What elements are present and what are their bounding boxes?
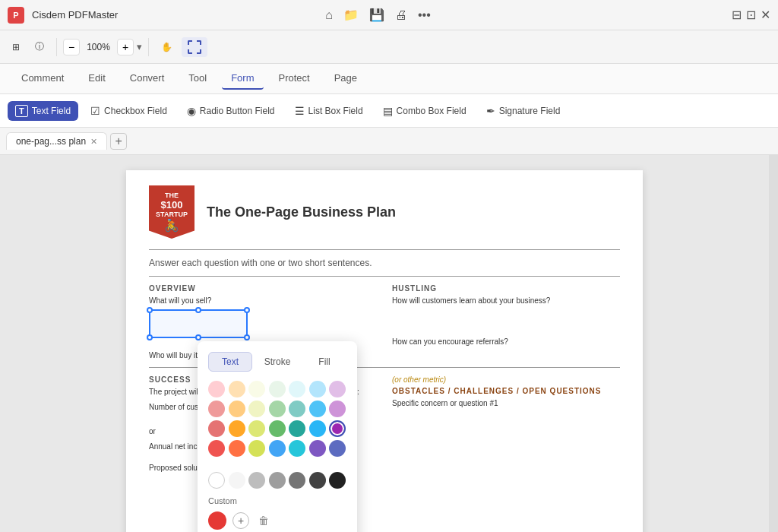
cp-tab-text[interactable]: Text — [208, 352, 252, 372]
color-swatch[interactable] — [329, 472, 346, 489]
add-tab-button[interactable]: + — [110, 133, 127, 150]
zoom-value: 100% — [81, 42, 115, 52]
pdf-divider-2 — [149, 276, 620, 277]
delete-custom-color-button[interactable]: 🗑 — [255, 512, 272, 529]
color-swatch[interactable] — [248, 401, 265, 417]
cp-tabs: Text Stroke Fill — [208, 352, 346, 372]
hustling-title: HUSTLING — [392, 284, 620, 293]
color-grid-light — [208, 381, 346, 457]
checkbox-field-button[interactable]: ☑ Checkbox Field — [83, 101, 175, 121]
color-swatch[interactable] — [229, 472, 245, 489]
minimize-button[interactable]: ⊟ — [732, 8, 742, 22]
print-icon[interactable]: 🖨 — [395, 8, 407, 22]
folder-icon[interactable]: 📁 — [343, 8, 359, 22]
color-swatch[interactable] — [208, 420, 225, 437]
text-field-button[interactable]: T Text Field — [8, 101, 78, 121]
tab-bar: one-pag...ss plan ✕ + — [0, 128, 778, 155]
cp-tab-stroke[interactable]: Stroke — [255, 352, 299, 372]
color-swatch[interactable] — [289, 401, 305, 417]
pdf-title-area: The One-Page Business Plan — [207, 204, 396, 220]
color-swatch[interactable] — [289, 381, 305, 397]
hand-tool-button[interactable]: ✋ — [155, 39, 179, 55]
color-swatch[interactable] — [289, 420, 305, 437]
pdf-right-col: HUSTLING How will customers learn about … — [392, 284, 620, 361]
resize-handle-tr[interactable] — [244, 307, 250, 313]
tab-document[interactable]: one-pag...ss plan ✕ — [6, 132, 107, 150]
resize-handle-bl[interactable] — [147, 334, 153, 340]
zoom-out-button[interactable]: − — [63, 39, 80, 55]
color-swatch[interactable] — [329, 381, 346, 397]
resize-handle-tm[interactable] — [195, 307, 201, 313]
text-field-icon: T — [15, 105, 28, 117]
color-swatch[interactable] — [229, 440, 245, 457]
add-custom-color-button[interactable]: + — [232, 512, 249, 529]
color-swatch[interactable] — [229, 401, 245, 417]
combo-box-field-button[interactable]: ▤ Combo Box Field — [375, 101, 474, 121]
color-swatch[interactable] — [269, 440, 286, 457]
maximize-button[interactable]: ⊡ — [746, 8, 756, 22]
save-icon[interactable]: 💾 — [369, 8, 384, 22]
sidebar-toggle-button[interactable]: ⊞ — [6, 39, 26, 55]
list-box-label: List Box Field — [308, 106, 363, 116]
list-box-field-button[interactable]: ☰ List Box Field — [287, 101, 371, 121]
color-swatch[interactable] — [248, 472, 265, 489]
color-swatch[interactable] — [229, 420, 245, 437]
menu-protect[interactable]: Protect — [270, 68, 319, 90]
resize-handle-bm[interactable] — [195, 334, 201, 340]
text-field-selection[interactable] — [149, 309, 248, 338]
color-swatch[interactable] — [329, 401, 346, 417]
tab-close-button[interactable]: ✕ — [90, 137, 97, 147]
pdf-header: THE $100 STARTUP 🚴 The One-Page Business… — [149, 185, 620, 239]
color-swatch[interactable] — [208, 440, 225, 457]
color-swatch[interactable] — [269, 472, 286, 489]
resize-handle-br[interactable] — [244, 334, 250, 340]
menu-convert[interactable]: Convert — [121, 68, 174, 90]
signature-field-label: Signature Field — [499, 106, 561, 116]
color-swatch[interactable] — [329, 440, 346, 457]
cp-tab-fill[interactable]: Fill — [302, 352, 346, 372]
menu-form[interactable]: Form — [222, 68, 263, 90]
text-field-label: Text Field — [32, 106, 71, 116]
color-swatch[interactable] — [248, 381, 265, 397]
select-tool-button[interactable] — [182, 37, 207, 57]
hand-icon: ✋ — [161, 42, 172, 52]
hustling-q2: How can you encourage referrals? — [392, 337, 620, 347]
color-swatch[interactable] — [269, 401, 286, 417]
color-swatch[interactable] — [269, 420, 286, 437]
radio-button-field-button[interactable]: ◉ Radio Button Field — [179, 101, 283, 121]
color-swatch[interactable] — [248, 420, 265, 437]
color-swatch[interactable] — [289, 440, 305, 457]
color-swatch[interactable] — [309, 420, 326, 437]
color-swatch[interactable] — [208, 381, 225, 397]
scrollbar[interactable] — [769, 155, 778, 532]
color-swatch[interactable] — [248, 440, 265, 457]
color-swatch[interactable] — [309, 440, 326, 457]
radio-button-label: Radio Button Field — [200, 106, 275, 116]
zoom-in-button[interactable]: + — [117, 39, 134, 55]
color-swatch[interactable] — [208, 472, 225, 489]
color-swatch[interactable] — [309, 381, 326, 397]
color-swatch[interactable] — [309, 472, 326, 489]
info-button[interactable]: ⓘ — [29, 37, 50, 56]
signature-field-button[interactable]: ✒ Signature Field — [479, 101, 568, 121]
resize-handle-tl[interactable] — [147, 307, 153, 313]
home-icon[interactable]: ⌂ — [325, 8, 333, 22]
combo-box-label: Combo Box Field — [397, 106, 466, 116]
checkbox-icon: ☑ — [90, 105, 100, 117]
color-swatch[interactable] — [329, 420, 346, 437]
close-button[interactable]: ✕ — [761, 8, 770, 22]
zoom-dropdown-icon[interactable]: ▾ — [137, 41, 142, 52]
custom-color-swatch[interactable] — [208, 511, 226, 530]
color-swatch[interactable] — [289, 472, 305, 489]
menu-page[interactable]: Page — [325, 68, 366, 90]
main-content: THE $100 STARTUP 🚴 The One-Page Business… — [0, 155, 778, 532]
color-swatch[interactable] — [309, 401, 326, 417]
menu-edit[interactable]: Edit — [79, 68, 114, 90]
color-swatch[interactable] — [208, 401, 225, 417]
signature-icon: ✒ — [486, 105, 495, 117]
menu-comment[interactable]: Comment — [12, 68, 73, 90]
more-icon[interactable]: ••• — [418, 8, 431, 22]
menu-tool[interactable]: Tool — [179, 68, 216, 90]
color-swatch[interactable] — [269, 381, 286, 397]
color-swatch[interactable] — [229, 381, 245, 397]
